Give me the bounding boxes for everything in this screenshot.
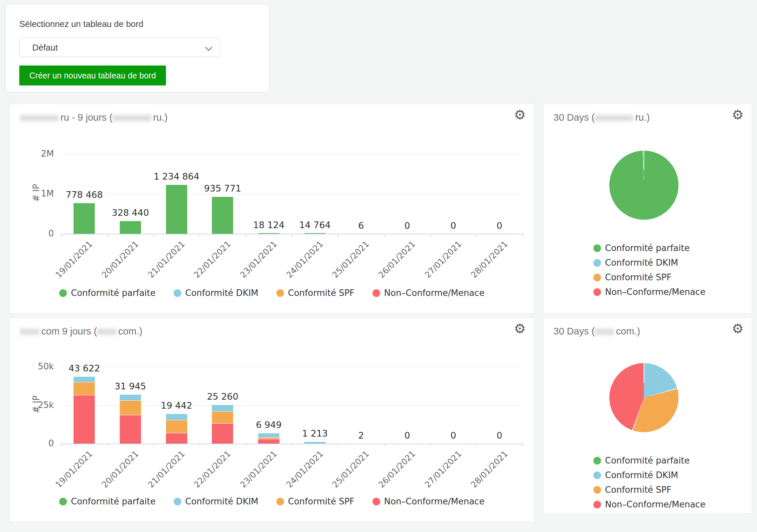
legend-label: Conformité SPF: [605, 485, 672, 495]
bar-segment-menace: [120, 415, 141, 444]
legend-label: Non–Conforme/Menace: [605, 499, 705, 509]
legend-label: Non–Conforme/Menace: [384, 496, 485, 506]
bar-value-label: 0: [460, 430, 539, 441]
legend-item-menace[interactable]: Non–Conforme/Menace: [373, 496, 485, 506]
redacted-domain: xxxxxxxx: [595, 112, 633, 123]
legend-marker-spf: [593, 274, 601, 281]
legend-marker-menace: [373, 498, 380, 505]
dashboard-selector-label: Sélectionnez un tableau de bord: [19, 19, 143, 29]
pie-chart-com: [609, 363, 679, 432]
legend-item-menace[interactable]: Non–Conforme/Menace: [373, 288, 485, 298]
gridline: [61, 154, 523, 154]
x-axis-label: 20/01/2021: [100, 449, 140, 489]
x-axis-label: 24/01/2021: [284, 449, 325, 489]
bar-value-label: 1 234 864: [137, 171, 217, 182]
settings-gear-icon[interactable]: ⚙: [732, 322, 744, 335]
legend-label: Conformité SPF: [288, 496, 355, 506]
legend-item-spf[interactable]: Conformité SPF: [276, 288, 355, 298]
x-axis-label: 27/01/2021: [423, 239, 463, 280]
x-axis-tick: [430, 234, 431, 237]
x-axis-label: 25/01/2021: [331, 239, 371, 280]
legend-label: Conformité parfaite: [71, 288, 155, 298]
x-axis-label: 23/01/2021: [238, 239, 279, 280]
x-axis-tick: [200, 444, 200, 447]
legend-item-spf[interactable]: Conformité SPF: [593, 485, 705, 495]
bar-segment-perfect: [258, 233, 279, 234]
x-axis-tick: [338, 234, 339, 237]
legend-item-menace[interactable]: Non–Conforme/Menace: [593, 499, 705, 509]
bar-segment-dkim: [166, 414, 187, 420]
x-axis-label: 20/01/2021: [100, 239, 140, 280]
bar-chart-com: # IP50k25k043 62219/01/202131 94520/01/2…: [10, 318, 534, 522]
x-axis-label: 19/01/2021: [54, 449, 94, 489]
legend-marker-spf: [593, 486, 601, 494]
x-axis-tick: [246, 444, 246, 447]
legend-marker-dkim: [593, 471, 601, 479]
x-axis-label: 25/01/2021: [331, 449, 371, 489]
legend-label: Conformité parfaite: [71, 496, 155, 506]
x-axis-label: 24/01/2021: [284, 239, 325, 280]
legend-label: Non–Conforme/Menace: [384, 288, 485, 298]
legend-label: Conformité SPF: [288, 288, 355, 298]
gridline: [61, 367, 523, 367]
bar-value-label: 31 945: [90, 381, 170, 391]
legend-label: Conformité DKIM: [185, 496, 258, 506]
legend-label: Conformité SPF: [605, 272, 672, 282]
x-axis-tick: [200, 234, 200, 237]
legend-item-perfect[interactable]: Conformité parfaite: [593, 243, 705, 253]
bar-segment-dkim: [212, 405, 233, 411]
panel-title: 30 Days (xxxxxxxxru.): [553, 112, 650, 123]
create-dashboard-button[interactable]: Créer un nouveau tableau de bord: [19, 66, 166, 85]
panel-bar-ru: xxxxxxxxru - 9 jours (xxxxxxxxru.) ⚙ # I…: [10, 104, 534, 314]
chart-legend: Conformité parfaiteConformité DKIMConfor…: [10, 496, 534, 506]
y-tick-label: 0: [11, 228, 54, 238]
x-axis-tick: [61, 444, 62, 447]
y-tick-label: 0: [11, 438, 54, 448]
legend-label: Conformité DKIM: [185, 288, 258, 298]
x-axis-label: 26/01/2021: [377, 239, 417, 280]
legend-item-spf[interactable]: Conformité SPF: [593, 272, 705, 282]
legend-marker-menace: [373, 289, 380, 297]
title-text: 30 Days (: [553, 326, 595, 336]
legend-item-dkim[interactable]: Conformité DKIM: [593, 258, 705, 268]
pie-chart-ru: [609, 151, 679, 220]
legend-marker-perfect: [593, 244, 601, 252]
legend-label: Non–Conforme/Menace: [605, 287, 705, 297]
settings-gear-icon[interactable]: ⚙: [732, 108, 744, 121]
legend-marker-spf: [276, 498, 284, 505]
gridline: [61, 194, 523, 194]
x-axis-label: 22/01/2021: [192, 239, 233, 280]
legend-item-dkim[interactable]: Conformité DKIM: [174, 288, 258, 298]
chart-legend: Conformité parfaiteConformité DKIMConfor…: [593, 243, 705, 302]
x-axis-label: 21/01/2021: [146, 239, 187, 280]
redacted-domain: xxxx: [595, 326, 614, 336]
legend-item-perfect[interactable]: Conformité parfaite: [59, 288, 155, 298]
x-axis-label: 22/01/2021: [192, 449, 233, 489]
bar-value-label: 935 771: [183, 183, 262, 194]
panel-title: 30 Days (xxxxcom.): [553, 326, 640, 337]
legend-marker-dkim: [174, 289, 181, 297]
x-axis-label: 27/01/2021: [423, 449, 463, 489]
bar-value-label: 19 442: [137, 400, 217, 411]
bar-segment-menace: [258, 439, 279, 444]
legend-marker-menace: [593, 288, 601, 296]
legend-item-dkim[interactable]: Conformité DKIM: [174, 496, 258, 506]
dashboard-selector-card: Sélectionnez un tableau de bord Défaut C…: [5, 4, 269, 92]
x-axis-label: 21/01/2021: [146, 449, 187, 489]
panel-pie-com: 30 Days (xxxxcom.) ⚙ Conformité parfaite…: [543, 318, 752, 514]
x-axis-tick: [153, 444, 154, 447]
legend-item-perfect[interactable]: Conformité parfaite: [593, 456, 705, 466]
bar-chart-ru: # IP2M1M0778 46819/01/2021328 44020/01/2…: [10, 104, 534, 313]
y-tick-label: 2M: [11, 149, 54, 159]
chart-legend: Conformité parfaiteConformité DKIMConfor…: [10, 288, 534, 298]
title-text: com.): [616, 326, 640, 336]
legend-label: Conformité DKIM: [605, 258, 678, 268]
legend-item-perfect[interactable]: Conformité parfaite: [59, 496, 155, 506]
legend-item-menace[interactable]: Non–Conforme/Menace: [593, 287, 705, 297]
legend-label: Conformité parfaite: [605, 456, 689, 466]
legend-item-dkim[interactable]: Conformité DKIM: [593, 470, 705, 480]
dashboard-select[interactable]: Défaut: [19, 38, 220, 57]
legend-item-spf[interactable]: Conformité SPF: [276, 496, 355, 506]
x-axis-tick: [476, 444, 477, 447]
x-axis-tick: [246, 234, 246, 237]
